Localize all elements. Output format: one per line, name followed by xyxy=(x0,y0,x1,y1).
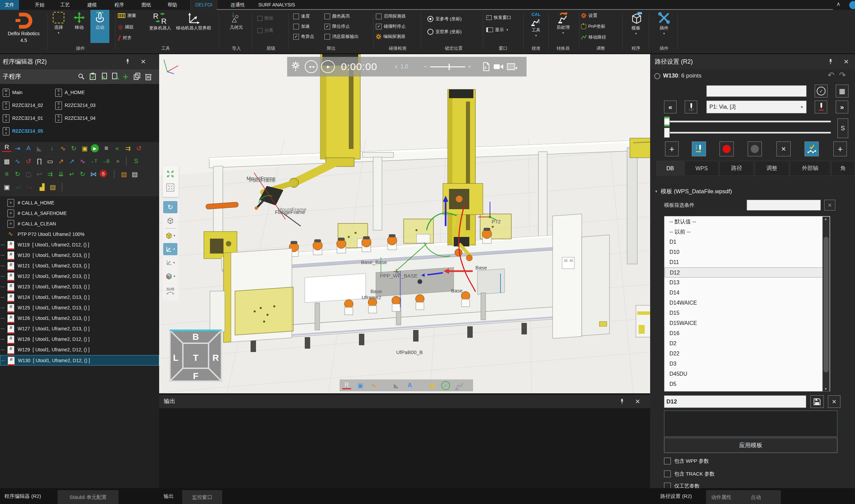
tab-adjust[interactable]: 调整 xyxy=(755,161,789,176)
template-item[interactable]: D15WAICE xyxy=(665,318,827,328)
spline-icon[interactable]: ∿ xyxy=(13,156,22,166)
statement-row[interactable]: RW128 [ Utool1, Uframe2, D12, () ] xyxy=(0,334,159,345)
statement-row[interactable]: ≡# CALL A_HOME xyxy=(0,198,159,208)
subprogram-export-icon[interactable]: S xyxy=(131,156,141,166)
point-table-button[interactable]: ▦ xyxy=(836,85,849,97)
show-window-button[interactable]: 显示 ▼ xyxy=(486,27,509,33)
to-base-icon[interactable]: →B xyxy=(101,156,110,166)
template-item[interactable]: D10 xyxy=(665,247,827,257)
limit-msg-checkbox[interactable]: 消息面板输出 xyxy=(324,34,359,40)
template-item[interactable]: D14WAICE xyxy=(665,298,827,308)
goto-point-button[interactable] xyxy=(685,101,697,113)
loop-icon[interactable]: ↻ xyxy=(13,169,22,179)
statement-row[interactable]: RW121 [ Utool1, Uframe2, D13, () ] xyxy=(0,260,159,271)
redo-icon[interactable]: ↷ xyxy=(839,70,846,80)
statement-row[interactable]: RW122 [ Utool1, Uframe2, D13, () ] xyxy=(0,271,159,282)
limit-stop-checkbox[interactable]: ✓限位停止 xyxy=(324,23,350,30)
text-tool-icon[interactable]: A xyxy=(24,144,33,153)
template-item[interactable]: D11 xyxy=(665,257,827,267)
record-video-icon[interactable] xyxy=(493,63,503,70)
list-item-selected[interactable]: S≡ R2ZC3214_05 xyxy=(0,126,159,136)
move-robot-worldframe-button[interactable]: 移动机器人世界框 xyxy=(175,10,213,43)
touchup-point-button[interactable] xyxy=(815,101,827,113)
verify-path-button[interactable] xyxy=(804,142,819,156)
render-mode-button[interactable]: ▼ xyxy=(163,230,177,242)
detach-button[interactable]: 分离 xyxy=(257,28,273,34)
scrollbar-thumb[interactable] xyxy=(823,237,829,372)
wait-hourglass-icon[interactable]: ⋈ xyxy=(89,169,98,179)
film-icon[interactable] xyxy=(507,62,517,71)
lines-icon[interactable]: ≡ xyxy=(2,169,12,179)
menu-help[interactable]: 帮助 xyxy=(162,0,182,10)
menu-program[interactable]: 程序 xyxy=(109,0,129,10)
move-blue-icon[interactable]: ↗ xyxy=(67,156,76,166)
collision-enable-checkbox[interactable]: 启用探测器 xyxy=(376,13,406,19)
weld-mode-icon[interactable]: R xyxy=(342,381,351,389)
frame-select-icon[interactable]: ▣ xyxy=(428,381,437,390)
rewind-icon[interactable]: « xyxy=(112,144,122,153)
path-slider-track-1[interactable] xyxy=(664,121,831,123)
attach-button[interactable]: 附加 xyxy=(257,15,273,21)
move-orange-icon[interactable]: ↗ xyxy=(56,156,66,166)
move-robot-to-point-button[interactable] xyxy=(692,142,706,156)
view-cube[interactable]: B L T R F xyxy=(167,328,224,383)
point-name-input[interactable] xyxy=(706,85,806,97)
to-tool-icon[interactable]: →T xyxy=(89,156,98,166)
template-item[interactable]: D45DU xyxy=(665,369,827,379)
spiral-icon[interactable]: ↺ xyxy=(24,156,33,166)
play-icon[interactable]: ▶ xyxy=(91,144,99,152)
path-points-icon[interactable]: ∿ xyxy=(370,381,378,390)
align-button[interactable]: ∥ 对齐 xyxy=(118,34,132,41)
point-select-dropdown[interactable]: P1: Via, [J] ▼ xyxy=(706,101,806,113)
tab-output-active[interactable]: 输出 xyxy=(163,488,174,504)
undo-icon[interactable]: ↶ xyxy=(827,70,834,80)
menu-connectivity[interactable]: 连通性 xyxy=(227,0,249,10)
tab-staubli-config[interactable]: Stäubli 单元配置 xyxy=(57,490,119,504)
export-program-icon[interactable] xyxy=(112,73,119,80)
template-item[interactable]: D13 xyxy=(665,277,827,288)
zoom-selected-button[interactable] xyxy=(163,181,177,194)
jump-back-icon[interactable]: ↵ xyxy=(67,169,76,179)
list-item[interactable]: S≡ R2ZC3214_02 S≡ R2ZC3214_03 xyxy=(0,100,159,110)
geometry-button[interactable]: ↓ ○ △ 几何元 xyxy=(227,10,246,43)
menu-start[interactable]: 开始 xyxy=(30,0,50,10)
pnp-coords-button[interactable]: ● PnP坐标 xyxy=(581,23,605,30)
template-item[interactable]: D16 xyxy=(665,328,827,339)
collision-stop-checkbox[interactable]: ✓碰撞时停止 xyxy=(376,23,406,30)
rgb-cube-button[interactable]: ▼ xyxy=(163,270,177,282)
play-button[interactable]: ► xyxy=(321,60,335,73)
path-slider-handle-2[interactable] xyxy=(664,128,670,138)
statement-row[interactable]: RW124 [ Utool1, Uframe2, D13, () ] xyxy=(0,292,159,303)
scroll-up-icon[interactable]: ▲ xyxy=(824,217,827,221)
statement-row[interactable]: ∿PTP P72 Utool1 Uframe2 100% xyxy=(0,229,159,240)
add-point-after-button[interactable]: + xyxy=(833,142,847,156)
move-button[interactable]: 移动 xyxy=(70,10,89,43)
speed-slider[interactable]: − + xyxy=(424,63,471,70)
annotations-icon[interactable]: A xyxy=(405,381,414,390)
print-icon[interactable]: ▣ xyxy=(2,182,12,192)
settings-button[interactable]: 设置 xyxy=(581,13,597,19)
plugin-button[interactable]: 插件 ▼ xyxy=(655,10,674,44)
clipboard-icon[interactable]: ▤ xyxy=(119,169,129,179)
world-axes-button[interactable]: ▼ xyxy=(163,256,177,269)
export-pdf-icon[interactable]: A xyxy=(482,62,490,71)
stop-icon[interactable]: S xyxy=(100,170,107,177)
statement-row-selected[interactable]: RW130 [ Utool1, Uframe2, D12, () ] xyxy=(0,355,159,365)
tab-program-editor-active[interactable]: 程序编辑器 (R2) xyxy=(4,488,41,504)
close-icon[interactable]: × xyxy=(141,57,146,66)
ramp-tool-icon[interactable]: ◣ xyxy=(35,144,44,153)
pin-icon[interactable] xyxy=(125,58,131,65)
path-radio[interactable] xyxy=(654,73,660,80)
statement-row[interactable]: RW120 [ Utool1, Uframe2, D13, () ] xyxy=(0,250,159,260)
save-template-button[interactable] xyxy=(810,395,824,408)
menu-process[interactable]: 工艺 xyxy=(55,0,75,10)
lock-to-world-radio[interactable]: 至世界 (坐标) xyxy=(427,29,462,35)
postprocess-button[interactable]: 后处理 ▼ xyxy=(554,10,573,44)
delete-point-button[interactable]: × xyxy=(777,142,791,156)
branch-icon[interactable]: ⇉ xyxy=(46,169,55,179)
slider-handle[interactable] xyxy=(449,64,450,70)
statement-row[interactable]: RW129 [ Utool1, Uframe2, D12, () ] xyxy=(0,345,159,355)
template-item[interactable]: D2 xyxy=(665,339,827,349)
help-icon[interactable] xyxy=(849,1,855,9)
tab-monitor-window[interactable]: 监控窗口 xyxy=(182,490,222,504)
